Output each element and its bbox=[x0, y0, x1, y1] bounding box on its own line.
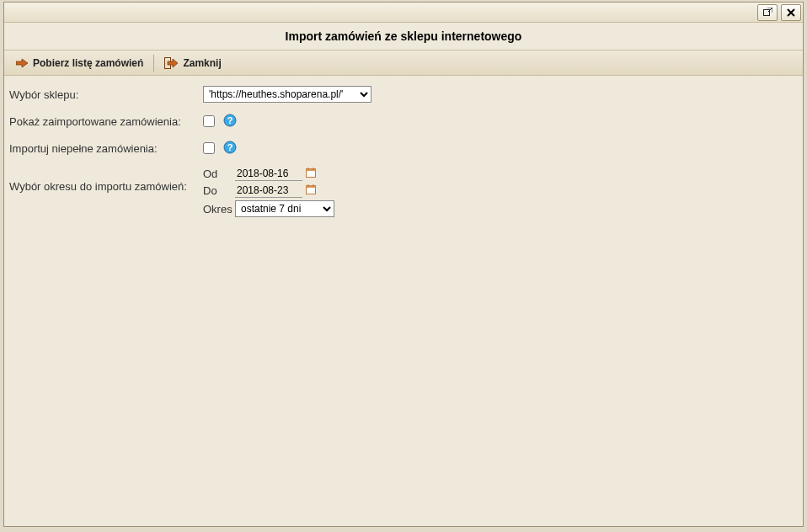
import-incomplete-label: Importuj niepełne zamówienia: bbox=[9, 142, 203, 155]
window-title: Import zamówień ze sklepu internetowego bbox=[4, 23, 803, 51]
import-incomplete-checkbox[interactable] bbox=[203, 142, 215, 154]
show-imported-checkbox[interactable] bbox=[203, 115, 215, 127]
row-shop: Wybór sklepu: 'https://heuthes.shoparena… bbox=[9, 82, 798, 106]
svg-text:?: ? bbox=[227, 115, 233, 125]
fetch-orders-button[interactable]: Pobierz listę zamówień bbox=[9, 55, 150, 72]
date-to-input[interactable] bbox=[235, 184, 302, 198]
titlebar bbox=[4, 3, 803, 23]
date-from-label: Od bbox=[203, 168, 235, 180]
shop-select[interactable]: 'https://heuthes.shoparena.pl/' bbox=[203, 86, 371, 103]
date-from-input[interactable] bbox=[235, 167, 302, 181]
fetch-orders-label: Pobierz listę zamówień bbox=[33, 57, 143, 69]
form-area: Wybór sklepu: 'https://heuthes.shoparena… bbox=[4, 76, 803, 526]
close-button[interactable]: Zamknij bbox=[158, 55, 227, 72]
svg-text:?: ? bbox=[227, 142, 233, 152]
close-window-button[interactable] bbox=[781, 4, 801, 21]
show-imported-label: Pokaż zaimportowane zamówienia: bbox=[9, 115, 203, 128]
date-grid: Od Do bbox=[203, 167, 334, 217]
exit-icon bbox=[164, 57, 178, 69]
shop-label: Wybór sklepu: bbox=[9, 88, 203, 101]
svg-rect-10 bbox=[307, 169, 316, 172]
toolbar-separator bbox=[153, 55, 154, 72]
row-import-incomplete: Importuj niepełne zamówienia: ? bbox=[9, 136, 798, 160]
toolbar: Pobierz listę zamówień Zamknij bbox=[4, 51, 803, 76]
popout-button[interactable] bbox=[757, 4, 778, 21]
arrow-right-icon bbox=[16, 57, 28, 69]
popout-icon bbox=[763, 8, 772, 17]
close-label: Zamknij bbox=[183, 57, 221, 69]
svg-rect-0 bbox=[763, 10, 769, 16]
date-to-label: Do bbox=[203, 184, 235, 197]
calendar-icon[interactable] bbox=[306, 168, 316, 180]
row-period: Wybór okresu do importu zamówień: Od Do bbox=[9, 163, 798, 217]
import-dialog: Import zamówień ze sklepu internetowego … bbox=[3, 2, 804, 527]
svg-rect-14 bbox=[307, 186, 316, 189]
period-range-select[interactable]: ostatnie 7 dni bbox=[235, 200, 334, 217]
help-icon[interactable]: ? bbox=[223, 114, 237, 130]
row-show-imported: Pokaż zaimportowane zamówienia: ? bbox=[9, 109, 798, 133]
close-icon bbox=[787, 8, 795, 17]
calendar-icon[interactable] bbox=[306, 184, 316, 197]
period-range-label: Okres bbox=[203, 203, 235, 215]
period-label: Wybór okresu do importu zamówień: bbox=[9, 167, 203, 193]
help-icon[interactable]: ? bbox=[223, 141, 237, 157]
